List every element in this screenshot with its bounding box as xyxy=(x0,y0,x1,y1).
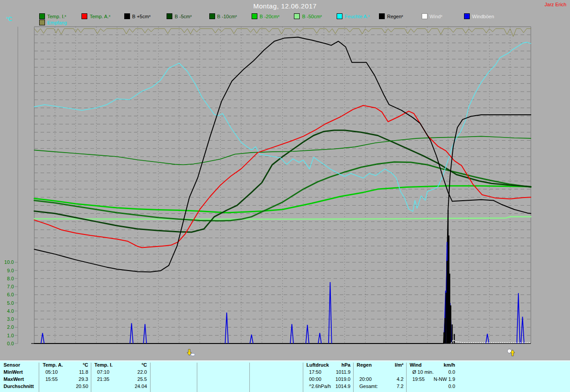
col-value: 4.2 xyxy=(357,376,403,382)
chart-plot-area: 10.09.08.07.06.05.04.03.02.01.00.0 xyxy=(0,0,570,392)
col-value: 0.0 xyxy=(410,369,455,375)
col-value: 11.8 xyxy=(43,369,88,375)
series-windboeen-spike xyxy=(290,324,293,344)
col-value: 7.2 xyxy=(357,384,403,389)
col-unit: °C xyxy=(94,362,147,368)
series-windboeen-spike xyxy=(306,325,309,344)
col-value: 25.5 xyxy=(94,376,147,382)
left-axis-tick-label: 7.0 xyxy=(7,284,14,289)
col-value: 1019.0 xyxy=(306,376,350,382)
left-axis-tick-label: 1.0 xyxy=(7,333,14,338)
table-separator xyxy=(353,363,354,392)
row-label-sensor: Sensor xyxy=(4,362,20,368)
left-axis-tick-label: 3.0 xyxy=(7,316,14,322)
col-value: 0.0 xyxy=(410,384,455,389)
sunset-arrow-icon xyxy=(191,353,195,356)
series-windboeen-spike xyxy=(143,324,147,344)
col-unit: hPa xyxy=(306,362,350,368)
left-axis-tick-label: 4.0 xyxy=(7,308,14,314)
table-separator xyxy=(249,363,250,392)
col-value: N-NW 1.9 xyxy=(410,376,455,382)
row-label-maxwert: MaxWert xyxy=(4,376,24,382)
col-unit: l/m² xyxy=(357,362,403,368)
col-value: 1014.9 xyxy=(306,384,350,389)
col-unit: °C xyxy=(43,362,88,368)
col-value: 24.04 xyxy=(94,384,147,389)
sun-marker-up xyxy=(508,349,515,356)
series-windboeen-spike xyxy=(130,323,133,344)
sun-marker-down xyxy=(187,349,195,356)
left-axis-tick-label: 6.0 xyxy=(7,292,14,297)
col-value: 29.3 xyxy=(43,376,88,382)
col-unit: km/h xyxy=(410,362,455,368)
table-separator xyxy=(197,363,197,392)
series-windboeen-spike xyxy=(225,313,228,344)
series-regen_summe xyxy=(34,115,531,344)
left-axis-tick-label: 0.0 xyxy=(7,341,14,346)
left-axis-tick-label: 10.0 xyxy=(4,259,14,265)
left-axis-tick-label: 8.0 xyxy=(7,276,14,281)
series-windboeen-spike xyxy=(329,282,332,344)
statistics-table: SensorMinWertMaxWertDurchschnittTemp. A.… xyxy=(0,360,570,392)
left-axis-tick-label: 2.0 xyxy=(7,324,14,330)
left-axis-tick-label: 9.0 xyxy=(7,268,14,273)
row-label-minwert: MinWert xyxy=(4,369,23,375)
table-separator xyxy=(303,363,303,392)
table-separator xyxy=(406,363,407,392)
series-windboeen-spike xyxy=(41,333,44,344)
col-value: 20.50 xyxy=(43,384,88,389)
left-axis-tick-label: 5.0 xyxy=(7,300,14,306)
table-separator xyxy=(39,363,39,392)
series-windboeen-spike xyxy=(521,317,524,344)
series-windboeen-spike xyxy=(250,335,253,344)
series-windboeen-spike xyxy=(517,293,520,344)
table-separator xyxy=(91,363,91,392)
col-value: 1011.9 xyxy=(306,369,350,375)
row-label-durchschnitt: Durchschnitt xyxy=(4,384,34,389)
series-windboeen-spike xyxy=(318,333,322,344)
series-wind xyxy=(451,340,531,343)
col-value: 22.0 xyxy=(94,369,147,375)
weather-logger-window: Montag, 12.06.2017 Jarz Erich °C Temp. I… xyxy=(0,0,570,392)
series-b_m10 xyxy=(34,162,531,221)
table-separator xyxy=(150,363,151,392)
